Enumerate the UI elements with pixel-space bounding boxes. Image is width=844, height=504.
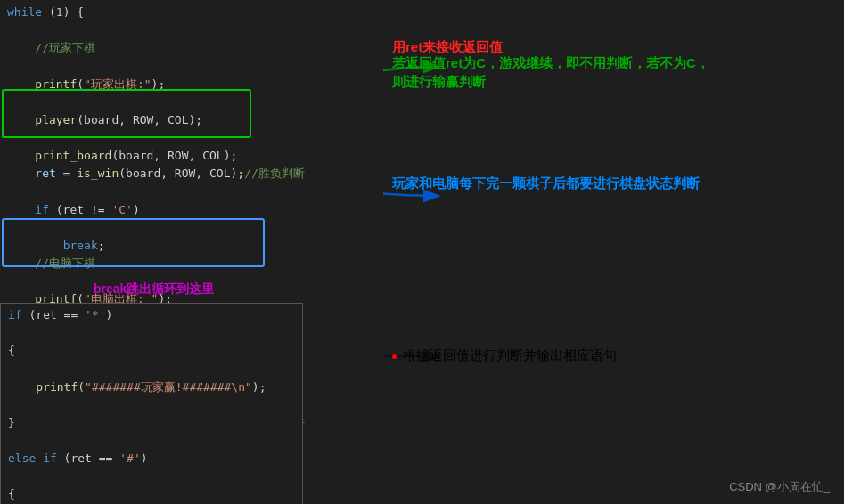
main-container: while (1) { //玩家下棋 printf("玩家出棋:"); play…	[0, 0, 844, 504]
bottom-code-block: if (ret == '*') { printf("#######玩家赢!###…	[0, 303, 303, 504]
annot-black: 根据返回值进行判断并输出相应语句	[392, 345, 617, 364]
code-block-top: while (1) { //玩家下棋 printf("玩家出棋:"); play…	[7, 4, 376, 165]
watermark: CSDN @小周在忙_	[729, 479, 830, 495]
code-block-ret1: ret = is_win(board, ROW, COL);//胜负判断 if …	[7, 165, 376, 255]
annotation-panel: 用ret来接收返回值 若返回值ret为C，游戏继续，即不用判断，若不为C，则进行…	[383, 0, 844, 504]
annot-magenta: break跳出循环到这里	[94, 280, 214, 298]
red-dot	[392, 354, 397, 359]
code-panel: while (1) { //玩家下棋 printf("玩家出棋:"); play…	[0, 0, 383, 504]
annot-green: 若返回值ret为C，游戏继续，即不用判断，若不为C，则进行输赢判断	[392, 53, 713, 91]
annot-blue: 玩家和电脑每下完一颗棋子后都要进行棋盘状态判断	[392, 174, 700, 192]
